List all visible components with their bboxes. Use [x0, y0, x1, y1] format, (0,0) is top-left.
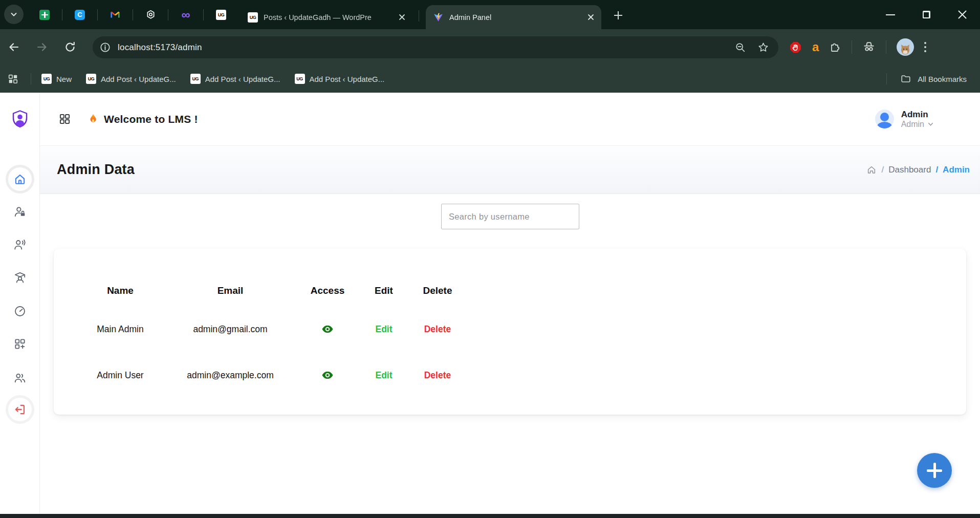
chevron-down-icon: [10, 10, 18, 18]
pinned-tab-clickup[interactable]: C: [68, 0, 92, 29]
tab-close-button[interactable]: [396, 12, 407, 23]
page-title-band: Admin Data / Dashboard / Admin: [40, 146, 980, 194]
col-header-name: Name: [74, 285, 166, 296]
zoom-indicator-icon[interactable]: [735, 42, 746, 53]
graduate-icon: [13, 271, 27, 284]
ug-favicon: UG: [86, 74, 96, 84]
extensions-puzzle-icon[interactable]: [829, 41, 841, 53]
sidebar-item-performance[interactable]: [13, 305, 27, 318]
bookmark-label: New: [56, 75, 72, 83]
col-header-delete: Delete: [407, 285, 468, 296]
tab-close-button[interactable]: [585, 12, 596, 23]
user-menu[interactable]: Admin Admin: [875, 110, 934, 129]
plus-icon: [614, 11, 622, 19]
all-bookmarks-button[interactable]: All Bookmarks: [886, 65, 980, 93]
forward-icon: [36, 41, 48, 53]
edit-link[interactable]: Edit: [375, 370, 392, 380]
admin-table-card: Name Email Access Edit Delete Main Admin…: [54, 249, 966, 415]
main-area: Welcome to LMS ! Admin Admin Admin Data: [40, 93, 980, 514]
toolbar-separator: [852, 40, 852, 54]
app-header: Welcome to LMS ! Admin Admin: [40, 93, 980, 146]
sidebar-item-instructors[interactable]: [13, 238, 27, 251]
bookmark-add-post-2[interactable]: UG Add Post ‹ UpdateG...: [190, 74, 280, 84]
breadcrumb: / Dashboard / Admin: [866, 165, 970, 175]
welcome-title: Welcome to LMS !: [104, 113, 198, 125]
users-group-icon: [13, 371, 27, 384]
bookmark-add-post-1[interactable]: UG Add Post ‹ UpdateG...: [86, 74, 176, 84]
delete-link[interactable]: Delete: [424, 370, 451, 380]
sidebar-item-users[interactable]: [13, 371, 27, 384]
tab-search-button[interactable]: [4, 5, 24, 24]
cell-email: admin@gmail.com: [166, 324, 294, 335]
pinned-tab-infinity[interactable]: ∞: [174, 0, 198, 29]
bookmarks-separator: [31, 73, 31, 84]
search-input[interactable]: [441, 204, 579, 229]
sidebar-item-logout[interactable]: [6, 395, 34, 424]
bookmark-star-icon[interactable]: [757, 41, 769, 53]
ug-favicon: UG: [190, 74, 201, 84]
amazon-extension-icon[interactable]: a: [812, 41, 819, 53]
site-info-icon[interactable]: [100, 42, 111, 53]
home-icon[interactable]: [866, 165, 877, 175]
apps-grid-icon[interactable]: [7, 73, 18, 84]
add-admin-fab[interactable]: [917, 453, 952, 488]
reload-button[interactable]: [64, 41, 76, 53]
grid-plus-icon: [13, 337, 27, 351]
close-window-button[interactable]: [944, 0, 980, 29]
edit-link[interactable]: Edit: [375, 324, 392, 334]
close-icon: [587, 14, 594, 20]
profile-switch-icon[interactable]: [862, 40, 876, 54]
col-header-edit: Edit: [361, 285, 407, 296]
breadcrumb-separator: /: [935, 165, 938, 175]
address-bar[interactable]: localhost:5173/admin: [93, 36, 778, 58]
adblock-extension-icon[interactable]: [789, 41, 802, 54]
admin-user-lock-icon: [13, 205, 27, 219]
infinity-icon: ∞: [181, 10, 190, 20]
user-role: Admin: [901, 120, 924, 129]
tab-separator: [203, 9, 204, 20]
sheets-icon: [39, 10, 50, 20]
bookmark-add-post-3[interactable]: UG Add Post ‹ UpdateG...: [295, 74, 385, 84]
breadcrumb-dashboard[interactable]: Dashboard: [888, 165, 931, 175]
tab-posts-updategadh[interactable]: UG Posts ‹ UpdateGadh — WordPre: [241, 5, 412, 29]
forward-button[interactable]: [36, 41, 48, 53]
close-icon: [399, 14, 405, 20]
plus-icon: [927, 463, 942, 478]
table-row: Main Admin admin@gmail.com Edit Delete: [74, 309, 966, 349]
pinned-tab-updategadh[interactable]: UG: [209, 0, 233, 29]
profile-avatar[interactable]: [897, 38, 914, 56]
restore-icon: [923, 11, 930, 18]
window-controls: [873, 0, 980, 29]
visibility-eye-icon[interactable]: [321, 370, 334, 380]
back-button[interactable]: [8, 41, 20, 53]
fire-icon: [88, 113, 99, 125]
sidebar-item-students[interactable]: [13, 271, 27, 284]
table-row: Admin User admin@example.com Edit Delete: [74, 355, 966, 395]
ug-favicon: UG: [248, 12, 258, 23]
dashboard-grid-icon[interactable]: [59, 113, 71, 125]
tab-separator: [97, 9, 98, 20]
taskbar-edge: [0, 514, 980, 518]
restore-button[interactable]: [908, 0, 944, 29]
cell-access: [294, 370, 361, 380]
bookmarks-bar: UG New UG Add Post ‹ UpdateG... UG Add P…: [0, 65, 980, 93]
sidebar-item-add-module[interactable]: [13, 337, 27, 351]
pinned-tab-sheets[interactable]: [33, 0, 56, 29]
app-logo-shield-icon[interactable]: [10, 109, 30, 130]
sidebar-item-home-active[interactable]: [6, 165, 34, 193]
back-icon: [8, 41, 20, 53]
browser-menu-button[interactable]: [924, 42, 926, 52]
visibility-eye-icon[interactable]: [321, 324, 334, 334]
delete-link[interactable]: Delete: [424, 324, 451, 334]
breadcrumb-current: Admin: [943, 165, 970, 175]
pinned-tab-gmail[interactable]: [103, 0, 127, 29]
minimize-button[interactable]: [873, 0, 908, 29]
bookmark-new[interactable]: UG New: [41, 74, 72, 84]
user-voice-icon: [13, 238, 27, 251]
sidebar-item-admins[interactable]: [13, 205, 27, 219]
user-avatar: [875, 110, 894, 128]
new-tab-button[interactable]: [612, 9, 625, 22]
pinned-tab-chatgpt[interactable]: [139, 0, 162, 29]
toolbar-separator: [886, 40, 886, 54]
tab-admin-panel-active[interactable]: Admin Panel: [426, 5, 601, 29]
